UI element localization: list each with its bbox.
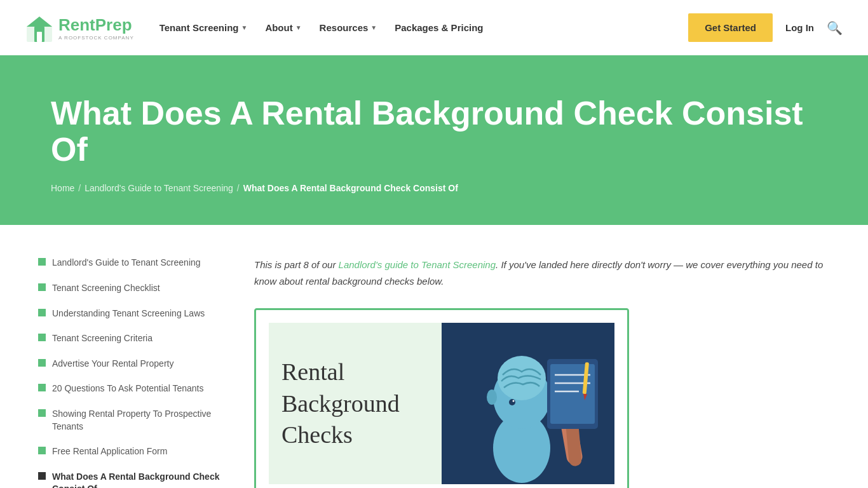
bullet-icon: [38, 309, 46, 316]
image-line-1: Rental: [281, 356, 429, 388]
image-line-2: Background: [281, 388, 429, 419]
bullet-icon: [38, 359, 46, 367]
content-area: Landlord's Guide to Tenant Screening Ten…: [0, 225, 868, 488]
breadcrumb-separator-2: /: [237, 183, 240, 193]
login-link[interactable]: Log In: [785, 22, 814, 33]
brain-illustration-svg: [452, 321, 604, 486]
chevron-down-icon: ▼: [295, 24, 302, 31]
nav-item-tenant-screening[interactable]: Tenant Screening ▼: [153, 17, 254, 38]
chevron-down-icon: ▼: [370, 24, 377, 31]
intro-text-part1: This is part 8 of our: [254, 259, 339, 270]
sidebar-item-landlord-guide[interactable]: Landlord's Guide to Tenant Screening: [38, 257, 229, 269]
bullet-icon: [38, 283, 46, 291]
bullet-icon: [38, 334, 46, 341]
sidebar-item-application[interactable]: Free Rental Application Form: [38, 445, 229, 458]
sidebar-list: Landlord's Guide to Tenant Screening Ten…: [38, 257, 229, 488]
sidebar-item-label: Advertise Your Rental Property: [52, 358, 173, 370]
nav-item-about[interactable]: About ▼: [259, 17, 308, 38]
bullet-icon: [38, 384, 46, 391]
logo-icon: [25, 14, 53, 42]
sidebar-item-label: Tenant Screening Checklist: [52, 282, 160, 295]
sidebar-item-label: Tenant Screening Criteria: [52, 332, 153, 345]
bullet-icon: [38, 258, 46, 266]
navigation: RentPrep A ROOFSTOCK COMPANY Tenant Scre…: [0, 0, 868, 57]
main-content: This is part 8 of our Landlord's guide t…: [254, 257, 830, 488]
bullet-icon: [38, 472, 46, 480]
nav-item-packages[interactable]: Packages & Pricing: [388, 17, 489, 38]
sidebar-item-laws[interactable]: Understanding Tenant Screening Laws: [38, 308, 229, 320]
sidebar-item-checklist[interactable]: Tenant Screening Checklist: [38, 282, 229, 295]
breadcrumb-current: What Does A Rental Background Check Cons…: [243, 183, 458, 193]
sidebar: Landlord's Guide to Tenant Screening Ten…: [38, 257, 254, 488]
image-text-overlay: Rental Background Checks: [269, 323, 442, 484]
logo-brand: RentPrep: [58, 15, 134, 35]
nav-left: RentPrep A ROOFSTOCK COMPANY Tenant Scre…: [25, 14, 489, 42]
sidebar-item-label: Landlord's Guide to Tenant Screening: [52, 257, 201, 269]
search-icon[interactable]: 🔍: [827, 20, 843, 36]
sidebar-item-label: Understanding Tenant Screening Laws: [52, 308, 205, 320]
svg-point-10: [487, 390, 497, 405]
sidebar-item-advertise[interactable]: Advertise Your Rental Property: [38, 358, 229, 370]
breadcrumb-guide[interactable]: Landlord's Guide to Tenant Screening: [85, 183, 233, 193]
chevron-down-icon: ▼: [241, 24, 247, 31]
breadcrumb: Home / Landlord's Guide to Tenant Screen…: [51, 183, 817, 193]
svg-point-9: [513, 400, 515, 402]
breadcrumb-home[interactable]: Home: [51, 183, 74, 193]
get-started-button[interactable]: Get Started: [688, 13, 773, 42]
svg-rect-3: [37, 32, 42, 42]
image-illustration: [442, 323, 614, 484]
nav-right: Get Started Log In 🔍: [688, 13, 843, 42]
intro-paragraph: This is part 8 of our Landlord's guide t…: [254, 257, 830, 289]
sidebar-item-label: What Does A Rental Background Check Cons…: [52, 471, 229, 488]
sidebar-item-background-check[interactable]: What Does A Rental Background Check Cons…: [38, 471, 229, 488]
breadcrumb-separator: /: [78, 183, 81, 193]
svg-marker-1: [27, 17, 52, 27]
sidebar-item-criteria[interactable]: Tenant Screening Criteria: [38, 332, 229, 345]
image-line-3: Checks: [281, 419, 429, 451]
intro-link[interactable]: Landlord's guide to Tenant Screening: [339, 259, 496, 270]
hero-banner: What Does A Rental Background Check Cons…: [0, 57, 868, 225]
logo[interactable]: RentPrep A ROOFSTOCK COMPANY: [25, 14, 134, 42]
nav-links: Tenant Screening ▼ About ▼ Resources ▼ P…: [153, 17, 490, 38]
bullet-icon: [38, 447, 46, 454]
sidebar-item-label: 20 Questions To Ask Potential Tenants: [52, 383, 203, 395]
logo-sub: A ROOFSTOCK COMPANY: [58, 35, 134, 41]
sidebar-item-showing[interactable]: Showing Rental Property To Prospective T…: [38, 408, 229, 433]
svg-point-8: [509, 399, 515, 405]
featured-image: Rental Background Checks: [254, 308, 629, 488]
logo-text: RentPrep A ROOFSTOCK COMPANY: [58, 15, 134, 41]
sidebar-item-label: Showing Rental Property To Prospective T…: [52, 408, 229, 433]
page-title: What Does A Rental Background Check Cons…: [51, 95, 817, 168]
sidebar-item-20-questions[interactable]: 20 Questions To Ask Potential Tenants: [38, 383, 229, 395]
bullet-icon: [38, 409, 46, 417]
sidebar-item-label: Free Rental Application Form: [52, 445, 167, 458]
nav-item-resources[interactable]: Resources ▼: [313, 17, 384, 38]
image-content: Rental Background Checks: [256, 310, 627, 488]
